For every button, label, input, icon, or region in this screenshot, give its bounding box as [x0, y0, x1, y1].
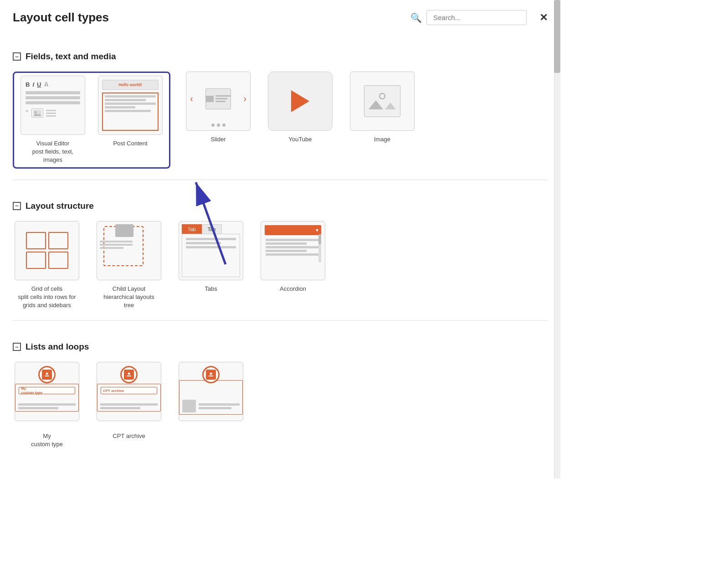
acc-scrollbar	[318, 234, 321, 263]
section-lists-loops: − Lists and loops Mycust	[0, 331, 560, 448]
page-title: Layout cell types	[13, 10, 109, 25]
cl-text-lines	[100, 241, 133, 249]
pc-header-bar: Hello world!	[102, 80, 159, 90]
card-my-custom-type[interactable]: Mycustom type My custom type	[13, 362, 81, 448]
card-label-post-content: Post Content	[113, 139, 147, 148]
card-tabs[interactable]: Tab Tab Tabs	[177, 221, 245, 293]
divider-2	[13, 320, 548, 321]
acc-scrollbar-thumb	[318, 234, 321, 244]
ve-list-icon	[46, 110, 56, 117]
svg-point-1	[34, 111, 36, 113]
ve-bold: B	[26, 81, 30, 88]
panel: Layout cell types 🔍 ✕ − Fields, text and…	[0, 0, 560, 479]
collapse-icon-lists[interactable]: −	[13, 343, 21, 351]
card-label-cpt-archive: CPT archive	[113, 432, 145, 440]
cl-image-block	[115, 224, 133, 237]
slider-prev-icon: ‹	[190, 93, 193, 104]
ve-italic: I	[32, 81, 34, 88]
svg-point-5	[128, 373, 130, 375]
loop-icon-inner-1	[42, 370, 52, 380]
slider-next-icon: ›	[243, 93, 246, 104]
section-header-layout: − Layout structure	[13, 201, 548, 211]
header: Layout cell types 🔍 ✕	[0, 0, 560, 32]
close-button[interactable]: ✕	[539, 12, 548, 24]
scrollbar-thumb[interactable]	[554, 0, 560, 73]
tabs-content-area	[182, 234, 240, 277]
loop-card-body-2: CPT archive	[97, 384, 161, 412]
header-right: 🔍 ✕	[410, 10, 548, 25]
section-header-fields: − Fields, text and media	[13, 51, 548, 62]
loop-card-body-3	[179, 380, 243, 415]
cards-grid-layout: Grid of cells split cells into rows for …	[13, 221, 548, 310]
svg-point-3	[46, 373, 48, 375]
pc-content-area	[102, 93, 159, 131]
card-youtube[interactable]: YouTube	[266, 72, 334, 144]
svg-point-7	[210, 373, 212, 375]
tab-inactive: Tab	[202, 224, 222, 234]
loop-icon-inner-3	[206, 370, 216, 380]
card-label-accordion: Accordion	[280, 285, 306, 293]
card-label-visual-editor: Visual Editor post fields, text, images	[32, 139, 73, 165]
card-slider[interactable]: ‹	[184, 72, 252, 144]
acc-body	[265, 237, 321, 257]
loop-card-body-1: Mycustom type	[15, 384, 79, 412]
card-image[interactable]: Image	[348, 72, 416, 144]
card-label-grid: Grid of cells split cells into rows for …	[18, 285, 76, 310]
tabs-tab-row: Tab Tab	[182, 224, 240, 234]
slider-image-area	[195, 88, 242, 109]
card-child-layout[interactable]: Child Layout hierarchical layouts tree	[95, 221, 163, 310]
search-icon: 🔍	[410, 12, 422, 23]
scrollbar[interactable]	[554, 0, 560, 479]
loop-label-bar-2: CPT archive	[101, 387, 157, 394]
svg-rect-6	[127, 376, 131, 376]
ve-color: A	[44, 81, 48, 88]
section-label-fields: Fields, text and media	[26, 51, 116, 62]
yt-play-icon	[291, 90, 309, 112]
loop-icon-circle-2	[120, 366, 138, 383]
image-icon	[369, 93, 396, 109]
collapse-icon-fields[interactable]: −	[13, 52, 21, 61]
loop-icon-circle-3	[202, 366, 220, 383]
loop-icon-circle-1	[38, 366, 56, 383]
card-accordion[interactable]: ▾ Accordion	[259, 221, 327, 293]
card-label-youtube: YouTube	[288, 135, 312, 144]
section-label-lists: Lists and loops	[26, 342, 89, 352]
search-input[interactable]	[426, 10, 527, 25]
cards-grid-lists: Mycustom type My custom type	[13, 362, 548, 448]
acc-header: ▾	[265, 225, 321, 235]
card-grid-of-cells[interactable]: Grid of cells split cells into rows for …	[13, 221, 81, 310]
ve-img-icon	[31, 108, 43, 118]
acc-arrow-icon: ▾	[316, 227, 318, 233]
svg-rect-8	[209, 376, 213, 376]
card-loop-3[interactable]	[177, 362, 245, 432]
loop-label-bar-1: Mycustom type	[19, 387, 75, 394]
card-label-my-custom: My custom type	[31, 432, 63, 448]
svg-rect-4	[45, 376, 49, 376]
card-label-child-layout: Child Layout hierarchical layouts tree	[103, 285, 154, 310]
card-cpt-archive[interactable]: CPT archive CPT archive	[95, 362, 163, 440]
card-visual-editor[interactable]: B I U A "	[19, 76, 87, 165]
ve-quote-icon: "	[26, 109, 29, 117]
section-fields-text-media: − Fields, text and media B I U A	[0, 41, 560, 169]
collapse-icon-layout[interactable]: −	[13, 202, 21, 210]
tab-active: Tab	[182, 224, 202, 234]
card-label-image: Image	[374, 135, 390, 144]
divider-1	[13, 180, 548, 180]
card-label-slider: Slider	[210, 135, 226, 144]
card-label-tabs: Tabs	[205, 285, 217, 293]
section-header-lists: − Lists and loops	[13, 342, 548, 352]
section-label-layout: Layout structure	[26, 201, 94, 211]
section-layout-structure: − Layout structure	[0, 190, 560, 310]
ve-underline: U	[37, 81, 41, 88]
card-post-content[interactable]: Hello world! Post Content	[96, 76, 164, 165]
cards-grid-fields: B I U A "	[13, 72, 548, 169]
selected-cards-wrapper: B I U A "	[13, 72, 170, 169]
loop-icon-inner-2	[124, 370, 134, 380]
